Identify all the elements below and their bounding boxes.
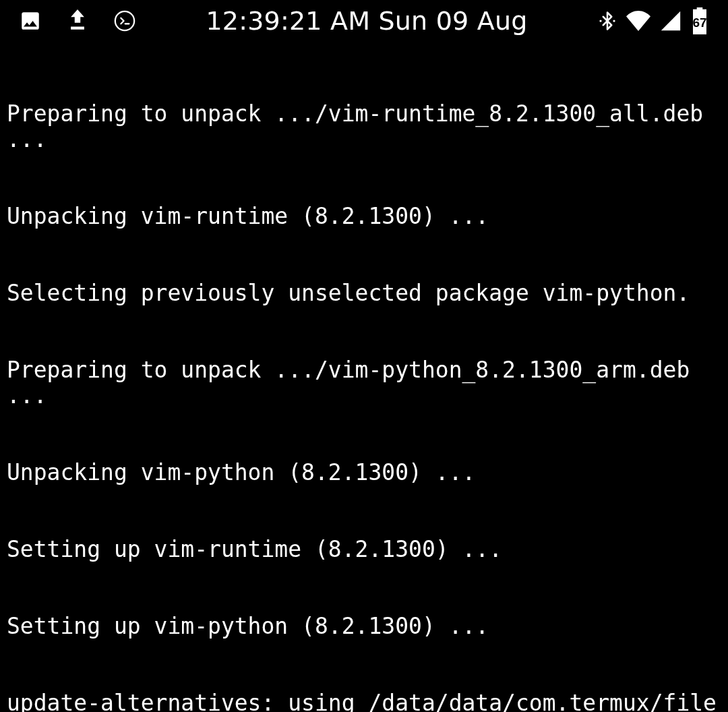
status-left xyxy=(19,7,136,34)
terminal-line: Setting up vim-runtime (8.2.1300) ... xyxy=(7,537,721,562)
terminal-line: update-alternatives: using /data/data/co… xyxy=(7,690,721,712)
status-right: 67 xyxy=(597,7,709,34)
terminal-line: Setting up vim-python (8.2.1300) ... xyxy=(7,614,721,639)
terminal-line: Unpacking vim-python (8.2.1300) ... xyxy=(7,460,721,485)
bluetooth-icon xyxy=(597,9,617,32)
terminal-line: Preparing to unpack .../vim-runtime_8.2.… xyxy=(7,101,721,152)
cellular-signal-icon xyxy=(659,11,682,31)
svg-point-2 xyxy=(613,20,615,22)
svg-point-1 xyxy=(599,20,601,22)
terminal-line: Selecting previously unselected package … xyxy=(7,280,721,306)
image-icon xyxy=(19,9,42,32)
terminal-output[interactable]: Preparing to unpack .../vim-runtime_8.2.… xyxy=(0,42,728,712)
upload-icon xyxy=(66,7,89,34)
status-bar: 12:39:21 AM Sun 09 Aug 67 xyxy=(0,0,728,42)
svg-point-0 xyxy=(115,11,134,30)
terminal-line: Unpacking vim-runtime (8.2.1300) ... xyxy=(7,204,721,229)
terminal-line: Preparing to unpack .../vim-python_8.2.1… xyxy=(7,357,721,409)
battery-percentage: 67 xyxy=(692,16,706,30)
battery-icon: 67 xyxy=(690,7,709,34)
wifi-icon xyxy=(626,11,651,31)
terminal-app-icon xyxy=(113,9,136,32)
status-clock: 12:39:21 AM Sun 09 Aug xyxy=(136,6,597,36)
